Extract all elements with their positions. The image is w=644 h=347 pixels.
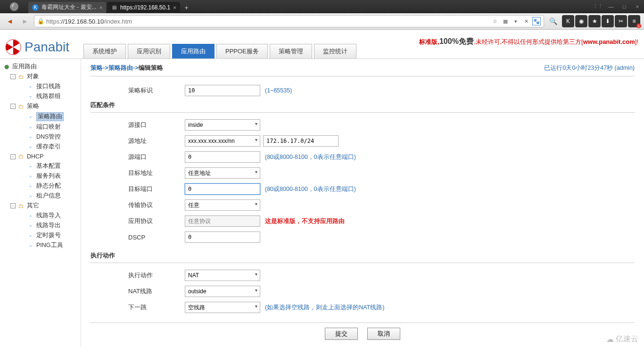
brand-name: Panabit bbox=[25, 40, 69, 55]
label-dst-addr: 目标地址 bbox=[128, 169, 185, 177]
label-src-port: 源端口 bbox=[128, 153, 185, 161]
close-icon[interactable]: × bbox=[173, 5, 176, 10]
sidebar-item[interactable]: ▫PING工具 bbox=[2, 240, 79, 250]
toolbar-cut-icon[interactable]: ✂ bbox=[615, 15, 627, 27]
expand-icon[interactable]: - bbox=[10, 154, 16, 159]
page-icon: ▫ bbox=[27, 242, 34, 249]
svg-point-0 bbox=[10, 2, 18, 10]
sidebar: ⬣ 应用路由 -🗀对象▫接口线路▫线路群组-🗀策略▫策略路由▫端口映射▫DNS管… bbox=[0, 59, 81, 347]
clear-icon[interactable]: ✕ bbox=[522, 17, 530, 25]
browser-titlebar: K 毒霸网址大全 - 最安... × ▤ https://192.168.50.… bbox=[0, 0, 644, 13]
expand-icon[interactable]: - bbox=[10, 203, 16, 208]
page-icon: ▫ bbox=[27, 182, 34, 190]
page-icon: ▫ bbox=[27, 192, 34, 200]
tab-pppoe[interactable]: PPPOE服务 bbox=[216, 44, 268, 58]
expand-icon[interactable]: - bbox=[10, 104, 16, 109]
search-icon[interactable]: 🔍 bbox=[547, 15, 559, 27]
minimize-icon[interactable]: — bbox=[604, 2, 618, 11]
sidebar-item[interactable]: ▫DNS管控 bbox=[2, 132, 79, 142]
cancel-button[interactable]: 取消 bbox=[367, 328, 400, 340]
sidebar-item[interactable]: ▫接口线路 bbox=[2, 82, 79, 91]
url-path: /index.htm bbox=[104, 18, 132, 25]
toolbar-shield-icon[interactable]: ◉ bbox=[575, 15, 587, 27]
label-action: 执行动作 bbox=[128, 271, 185, 280]
submit-button[interactable]: 提交 bbox=[325, 328, 358, 340]
tab-label: 毒霸网址大全 - 最安... bbox=[41, 3, 97, 11]
src-addr-select[interactable]: xxx.xxx.xxx.xxx/nn bbox=[185, 135, 260, 147]
tab-system[interactable]: 系统维护 bbox=[83, 44, 126, 58]
back-button[interactable]: ◄ bbox=[4, 15, 16, 27]
dscp-input[interactable] bbox=[185, 231, 260, 243]
favicon-icon: K bbox=[32, 4, 39, 11]
label-src-if: 源接口 bbox=[128, 121, 185, 129]
sidebar-item[interactable]: ▫租户信息 bbox=[2, 191, 79, 201]
sidebar-item[interactable]: -🗀策略 bbox=[2, 101, 79, 111]
close-icon[interactable]: × bbox=[99, 5, 102, 10]
src-if-select[interactable]: inside bbox=[185, 119, 260, 131]
sidebar-item[interactable]: ▫策略路由 bbox=[2, 111, 79, 122]
close-window-icon[interactable]: × bbox=[631, 2, 644, 11]
dst-addr-select[interactable]: 任意地址 bbox=[185, 167, 260, 179]
brand: Panabit bbox=[5, 39, 69, 56]
sidebar-item[interactable]: ▫缓存牵引 bbox=[2, 142, 79, 152]
watermark: ☁ 亿速云 bbox=[606, 334, 638, 344]
sidebar-item[interactable]: -🗀其它 bbox=[2, 201, 79, 211]
label-src-addr: 源地址 bbox=[128, 137, 185, 145]
label-next-hop: 下一跳 bbox=[128, 303, 185, 312]
action-select[interactable]: NAT bbox=[185, 270, 260, 281]
section-match: 匹配条件 bbox=[91, 101, 635, 113]
sidebar-item[interactable]: ▫线路导入 bbox=[2, 211, 79, 221]
paw-icon[interactable]: 🐾 bbox=[532, 17, 541, 25]
src-addr-input[interactable] bbox=[263, 135, 339, 147]
qr-icon[interactable]: ▦ bbox=[501, 17, 510, 25]
nat-line-select[interactable]: outside bbox=[185, 286, 260, 297]
next-hop-select[interactable]: 空线路 bbox=[185, 302, 260, 313]
tab-app-recog[interactable]: 应用识别 bbox=[128, 44, 170, 58]
sidebar-item[interactable]: ▫线路群组 bbox=[2, 91, 79, 101]
sidebar-item[interactable]: ▫静态分配 bbox=[2, 181, 79, 191]
dropdown-icon[interactable]: ▾ bbox=[512, 17, 520, 25]
header-notice: 标准版,100%免费,未经许可,不得以任何形式提供给第三方[www.panabi… bbox=[419, 37, 638, 47]
hint-app-proto: 这是标准版，不支持应用路由 bbox=[265, 217, 345, 225]
toolbar-menu-icon[interactable]: ≡ bbox=[628, 15, 640, 27]
page-icon: ▫ bbox=[27, 93, 34, 100]
new-tab-button[interactable]: + bbox=[181, 2, 192, 13]
toolbar-download-icon[interactable]: ⬇ bbox=[602, 15, 614, 27]
url-host: ://192.168.50.10 bbox=[59, 18, 104, 25]
tab-policy[interactable]: 策略管理 bbox=[270, 44, 312, 58]
sidebar-item[interactable]: -🗀DHCP bbox=[2, 152, 79, 161]
url-bar[interactable]: 🔒 https ://192.168.50.10 /index.htm ☆ ▦ … bbox=[34, 15, 544, 27]
label-dscp: DSCP bbox=[128, 234, 185, 241]
browser-tab-0[interactable]: K 毒霸网址大全 - 最安... × bbox=[28, 2, 106, 13]
page-icon: ▤ bbox=[111, 4, 117, 11]
tab-app-route[interactable]: 应用路由 bbox=[172, 44, 215, 58]
browser-tab-1[interactable]: ▤ https://192.168.50.1 × bbox=[107, 2, 180, 13]
window-controls: ⋮⋮ — □ × bbox=[591, 2, 644, 11]
panabit-link[interactable]: www.panabit.com bbox=[583, 38, 635, 45]
expand-icon[interactable]: - bbox=[10, 74, 16, 79]
sidebar-item[interactable]: ▫服务列表 bbox=[2, 171, 79, 181]
proto-select[interactable]: 任意 bbox=[185, 199, 260, 211]
maximize-icon[interactable]: □ bbox=[618, 2, 631, 11]
sidebar-item[interactable]: ▫基本配置 bbox=[2, 161, 79, 171]
src-port-input[interactable] bbox=[185, 151, 260, 163]
sidebar-root[interactable]: ⬣ 应用路由 bbox=[2, 62, 79, 72]
toolbar-k-icon[interactable]: K bbox=[562, 15, 574, 27]
section-action: 执行动作 bbox=[91, 251, 635, 263]
sidebar-item[interactable]: ▫线路导出 bbox=[2, 221, 79, 231]
page-icon: ▫ bbox=[27, 124, 34, 131]
sidebar-item[interactable]: ▫端口映射 bbox=[2, 122, 79, 132]
breadcrumb: 策略->策略路由->编辑策略 bbox=[91, 64, 163, 72]
label-policy-id: 策略标识 bbox=[128, 86, 185, 95]
cloud-icon: ☁ bbox=[606, 335, 614, 344]
toolbar-star-icon[interactable]: ★ bbox=[588, 15, 601, 27]
dst-port-input[interactable] bbox=[185, 183, 260, 195]
sidebar-item[interactable]: -🗀对象 bbox=[2, 72, 79, 82]
star-icon[interactable]: ☆ bbox=[491, 17, 499, 25]
tab-monitor[interactable]: 监控统计 bbox=[314, 44, 356, 58]
forward-button[interactable]: ► bbox=[19, 15, 31, 27]
sidebar-item[interactable]: ▫定时拨号 bbox=[2, 231, 79, 240]
settings-icon[interactable]: ⋮⋮ bbox=[591, 2, 604, 11]
page-icon: ▫ bbox=[27, 113, 34, 121]
policy-id-input[interactable] bbox=[185, 85, 260, 96]
